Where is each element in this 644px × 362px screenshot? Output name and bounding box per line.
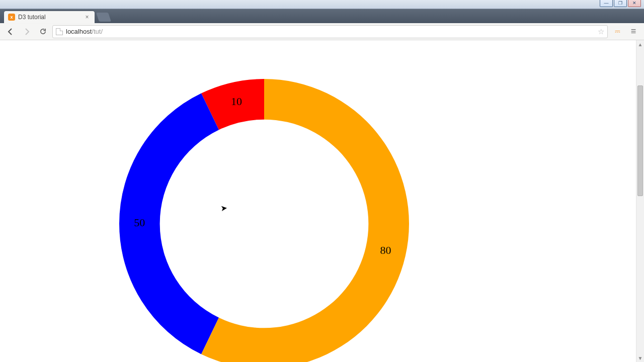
tab-active[interactable]: x D3 tutorial × xyxy=(4,11,95,23)
os-minimize-button[interactable]: — xyxy=(600,0,613,7)
vertical-scrollbar[interactable]: ▲ ▼ xyxy=(636,40,644,362)
donut-chart: 105080 xyxy=(0,40,553,362)
tab-strip: x D3 tutorial × xyxy=(0,9,644,23)
os-maximize-button[interactable]: ❐ xyxy=(614,0,627,7)
new-tab-button[interactable] xyxy=(96,13,111,22)
forward-button[interactable] xyxy=(20,25,33,38)
url-path: /tut/ xyxy=(92,28,103,35)
tab-title: D3 tutorial xyxy=(18,14,46,21)
donut-slice-label: 10 xyxy=(231,95,242,108)
tab-close-icon[interactable]: × xyxy=(84,14,91,21)
url-host: localhost xyxy=(66,28,92,35)
extension-icon[interactable]: ⎓ xyxy=(611,25,624,38)
back-button[interactable] xyxy=(4,25,17,38)
page-viewport: 105080 ➤ ▲ ▼ xyxy=(0,40,644,362)
chrome-menu-button[interactable]: ≡ xyxy=(627,25,640,38)
page-icon xyxy=(56,28,63,35)
os-close-button[interactable]: ✕ xyxy=(628,0,641,7)
bookmark-star-icon[interactable]: ☆ xyxy=(598,27,604,36)
arrow-right-icon xyxy=(23,28,31,36)
scroll-up-arrow-icon[interactable]: ▲ xyxy=(636,40,644,48)
scroll-down-arrow-icon[interactable]: ▼ xyxy=(636,354,644,362)
donut-slice-label: 50 xyxy=(134,216,145,229)
arrow-left-icon xyxy=(7,28,15,36)
donut-slice-label: 80 xyxy=(380,244,391,256)
browser-window: x D3 tutorial × localhost/tut/ ☆ ⎓ ≡ 105… xyxy=(0,9,644,362)
reload-icon xyxy=(39,28,47,35)
xampp-favicon-icon: x xyxy=(8,14,15,21)
address-bar[interactable]: localhost/tut/ ☆ xyxy=(52,25,608,38)
os-window-titlebar: — ❐ ✕ xyxy=(0,0,644,9)
scrollbar-thumb[interactable] xyxy=(637,85,643,196)
browser-toolbar: localhost/tut/ ☆ ⎓ ≡ xyxy=(0,23,644,40)
reload-button[interactable] xyxy=(36,25,49,38)
